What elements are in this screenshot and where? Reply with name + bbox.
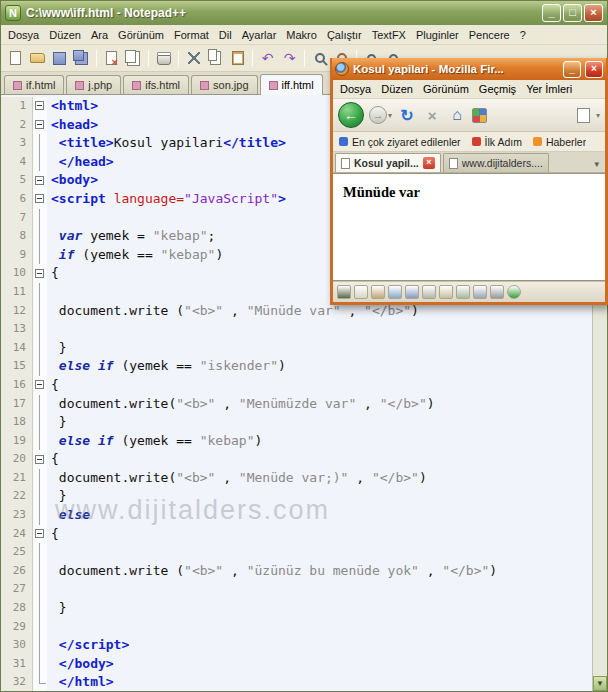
fold-margin[interactable]	[33, 376, 47, 395]
fold-margin[interactable]	[33, 339, 47, 358]
page-button-icon[interactable]	[577, 108, 590, 123]
fold-margin[interactable]	[33, 580, 47, 599]
image-icon[interactable]	[388, 285, 402, 299]
tab-list-dropdown-icon[interactable]	[590, 159, 603, 172]
fold-margin[interactable]	[33, 673, 47, 691]
npp-menu-al-t-r[interactable]: Çalıştır	[322, 26, 367, 44]
npp-menu-format[interactable]: Format	[169, 26, 214, 44]
fold-margin[interactable]	[33, 655, 47, 674]
fold-margin[interactable]	[33, 97, 47, 116]
layout-icon[interactable]	[456, 285, 470, 299]
resize-icon[interactable]	[473, 285, 487, 299]
code-line[interactable]: 25	[1, 543, 592, 562]
fold-margin[interactable]	[33, 227, 47, 246]
editor-tab-son-jpg[interactable]: son.jpg	[191, 75, 257, 94]
bookmark-en-ok-ziyaret-edilenler[interactable]: En çok ziyaret edilenler	[339, 136, 461, 148]
fold-margin[interactable]	[33, 487, 47, 506]
npp-menu-textfx[interactable]: TextFX	[367, 26, 411, 44]
redo-button[interactable]	[279, 48, 300, 69]
fold-toggle-icon[interactable]	[35, 529, 44, 538]
code-line[interactable]: 24{	[1, 525, 592, 544]
undo-button[interactable]	[257, 48, 278, 69]
code-line[interactable]: 17 document.write("<b>" , "Menümüzde var…	[1, 395, 592, 414]
code-line[interactable]: 32 </html>	[1, 673, 592, 691]
fold-margin[interactable]	[33, 506, 47, 525]
fold-margin[interactable]	[33, 469, 47, 488]
fold-margin[interactable]	[33, 302, 47, 321]
save-button[interactable]	[49, 48, 70, 69]
bookmark-haberler[interactable]: Haberler	[533, 136, 586, 148]
scroll-down-arrow-icon[interactable]	[593, 676, 607, 691]
fold-margin[interactable]	[33, 209, 47, 228]
fold-toggle-icon[interactable]	[35, 380, 44, 389]
editor-tab-j-php[interactable]: j.php	[66, 75, 121, 94]
editor-tab-iff-html[interactable]: iff.html	[260, 74, 323, 95]
fold-margin[interactable]	[33, 264, 47, 283]
code-line[interactable]: 21 document.write("<b>" , "Menüde var;)"…	[1, 469, 592, 488]
npp-minimize-button[interactable]: _	[542, 4, 561, 22]
quick-dial-icon[interactable]	[472, 108, 487, 123]
npp-titlebar[interactable]: C:\www\iff.html - Notepad++ _ □ ×	[1, 1, 607, 25]
forward-button-icon[interactable]	[369, 106, 387, 124]
code-line[interactable]: 22 }	[1, 487, 592, 506]
npp-menu-pencere[interactable]: Pencere	[464, 26, 515, 44]
code-line[interactable]: 20{	[1, 450, 592, 469]
editor-tab-ifs-html[interactable]: ifs.html	[123, 75, 189, 94]
refresh-button-icon[interactable]	[397, 105, 417, 125]
code-line[interactable]: 27	[1, 580, 592, 599]
code-line[interactable]: 26 document.write ("<b>" , "üzünüz bu me…	[1, 562, 592, 581]
copy-button[interactable]	[205, 48, 226, 69]
browser-tab-www-dijitalders[interactable]: www.dijitalders....	[443, 153, 549, 172]
fold-margin[interactable]	[33, 525, 47, 544]
npp-menu-ara[interactable]: Ara	[86, 26, 113, 44]
code-line[interactable]: 30 </script>	[1, 636, 592, 655]
code-line[interactable]: 31 </body>	[1, 655, 592, 674]
code-line[interactable]: 23 else	[1, 506, 592, 525]
stop-button-icon[interactable]	[422, 105, 442, 125]
firefox-close-button[interactable]: ×	[585, 61, 603, 78]
fold-toggle-icon[interactable]	[35, 455, 44, 464]
print-icon[interactable]	[422, 285, 436, 299]
find-button[interactable]	[309, 48, 330, 69]
fold-margin[interactable]	[33, 320, 47, 339]
code-line[interactable]: 14 }	[1, 339, 592, 358]
fold-margin[interactable]	[33, 636, 47, 655]
fold-margin[interactable]	[33, 190, 47, 209]
document-icon[interactable]	[354, 285, 368, 299]
forward-dropdown-icon[interactable]	[388, 111, 392, 120]
web-developer-icon[interactable]	[337, 285, 351, 299]
code-line[interactable]: 19 else if (yemek == "kebap")	[1, 432, 592, 451]
npp-menu-pluginler[interactable]: Pluginler	[411, 26, 464, 44]
npp-restore-button[interactable]: □	[563, 4, 582, 22]
print-button[interactable]	[153, 48, 174, 69]
npp-menu-item[interactable]: ?	[515, 26, 531, 44]
fold-margin[interactable]	[33, 618, 47, 637]
fold-toggle-icon[interactable]	[35, 176, 44, 185]
new-file-button[interactable]	[5, 48, 26, 69]
npp-menu-dosya[interactable]: Dosya	[3, 26, 44, 44]
editor-tab-if-html[interactable]: if.html	[4, 75, 64, 94]
npp-menu-ayarlar[interactable]: Ayarlar	[237, 26, 282, 44]
info-icon[interactable]	[507, 285, 521, 299]
save-icon[interactable]	[405, 285, 419, 299]
fold-toggle-icon[interactable]	[35, 101, 44, 110]
cut-button[interactable]	[183, 48, 204, 69]
fold-margin[interactable]	[33, 413, 47, 432]
fold-margin[interactable]	[33, 450, 47, 469]
firefox-menu-d-zen[interactable]: Düzen	[376, 81, 418, 97]
npp-menu-dil[interactable]: Dil	[214, 26, 237, 44]
fold-margin[interactable]	[33, 599, 47, 618]
back-button-icon[interactable]	[338, 102, 364, 128]
tab-close-icon[interactable]	[423, 157, 435, 169]
fold-margin[interactable]	[33, 116, 47, 135]
firefox-titlebar[interactable]: Kosul yapilari - Mozilla Fir... _ ×	[332, 58, 606, 80]
fold-margin[interactable]	[33, 246, 47, 265]
fold-toggle-icon[interactable]	[35, 120, 44, 129]
home-button-icon[interactable]	[447, 105, 467, 125]
fold-toggle-icon[interactable]	[35, 269, 44, 278]
fold-margin[interactable]	[33, 543, 47, 562]
fold-margin[interactable]	[33, 171, 47, 190]
code-line[interactable]: 16{	[1, 376, 592, 395]
close-button[interactable]	[101, 48, 122, 69]
code-line[interactable]: 29	[1, 618, 592, 637]
